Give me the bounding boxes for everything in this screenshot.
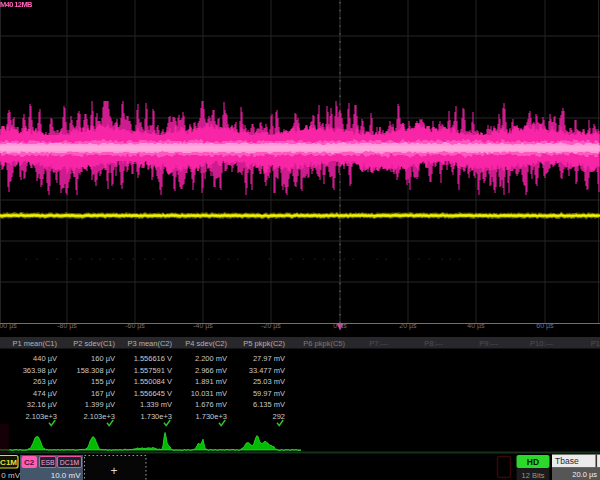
svg-text:P7:---: P7:--- xyxy=(369,339,388,348)
svg-text:167 µV: 167 µV xyxy=(91,389,115,398)
svg-text:1.891 mV: 1.891 mV xyxy=(195,377,227,386)
svg-text:Tbase: Tbase xyxy=(555,456,579,466)
svg-text:1.730e+3: 1.730e+3 xyxy=(196,412,228,421)
svg-text:HD: HD xyxy=(527,457,539,467)
svg-text:DC1M: DC1M xyxy=(0,458,17,467)
svg-text:160 µV: 160 µV xyxy=(91,354,115,363)
svg-text:6.135 mV: 6.135 mV xyxy=(253,400,285,409)
svg-text:263 µV: 263 µV xyxy=(33,377,57,386)
svg-text:DC1M: DC1M xyxy=(60,459,80,466)
svg-text:P5 pkpk(C2): P5 pkpk(C2) xyxy=(243,339,285,348)
svg-text:292: 292 xyxy=(272,412,285,421)
svg-text:25.03 mV: 25.03 mV xyxy=(253,377,285,386)
svg-text:-60 µs: -60 µs xyxy=(125,322,145,330)
svg-text:155 µV: 155 µV xyxy=(91,377,115,386)
svg-text:1.676 mV: 1.676 mV xyxy=(195,400,227,409)
svg-text:1.557591 V: 1.557591 V xyxy=(134,366,172,375)
svg-text:-80 µs: -80 µs xyxy=(57,322,77,330)
svg-text:2.200 mV: 2.200 mV xyxy=(195,354,227,363)
svg-text:P1: P1 xyxy=(591,339,600,348)
svg-text:10.031 mV: 10.031 mV xyxy=(191,389,227,398)
svg-text:P1 mean(C1): P1 mean(C1) xyxy=(12,339,57,348)
svg-text:-20 µs: -20 µs xyxy=(261,322,281,330)
svg-text:1.556616 V: 1.556616 V xyxy=(134,354,172,363)
svg-text:1.399 µV: 1.399 µV xyxy=(85,400,115,409)
svg-text:33.477 mV: 33.477 mV xyxy=(249,366,285,375)
svg-text:474 µV: 474 µV xyxy=(33,389,57,398)
svg-text:ESB: ESB xyxy=(41,459,55,466)
svg-text:+: + xyxy=(110,464,117,478)
svg-text:1.550084 V: 1.550084 V xyxy=(134,377,172,386)
svg-text:2.103e+3: 2.103e+3 xyxy=(84,412,116,421)
svg-text:20.0 µs: 20.0 µs xyxy=(572,470,597,479)
svg-text:-40 µs: -40 µs xyxy=(193,322,213,330)
svg-text:1.730e+3: 1.730e+3 xyxy=(141,412,173,421)
svg-text:P8:---: P8:--- xyxy=(424,339,443,348)
svg-text:P3 mean(C2): P3 mean(C2) xyxy=(127,339,172,348)
svg-text:40 µs: 40 µs xyxy=(467,322,485,330)
svg-text:363.98 µV: 363.98 µV xyxy=(23,366,57,375)
svg-text:M40 12MB: M40 12MB xyxy=(0,0,33,9)
svg-text:1.556645 V: 1.556645 V xyxy=(134,389,172,398)
svg-text:P9:---: P9:--- xyxy=(479,339,498,348)
svg-text:2.103e+3: 2.103e+3 xyxy=(26,412,58,421)
svg-text:P4 sdev(C2): P4 sdev(C2) xyxy=(185,339,227,348)
svg-text:2.966 mV: 2.966 mV xyxy=(195,366,227,375)
svg-text:60 µs: 60 µs xyxy=(536,322,554,330)
svg-text:1.339 mV: 1.339 mV xyxy=(140,400,172,409)
svg-text:440 µV: 440 µV xyxy=(33,354,57,363)
svg-text:0 mV: 0 mV xyxy=(1,471,20,480)
svg-text:P6 pkpk(C5): P6 pkpk(C5) xyxy=(303,339,345,348)
svg-text:59.97 mV: 59.97 mV xyxy=(253,389,285,398)
svg-text:20 µs: 20 µs xyxy=(399,322,417,330)
svg-text:12 Bits: 12 Bits xyxy=(522,471,545,480)
svg-text:27.97 mV: 27.97 mV xyxy=(253,354,285,363)
svg-text:P2 sdev(C1): P2 sdev(C1) xyxy=(73,339,115,348)
svg-text:-100 µs: -100 µs xyxy=(0,322,17,330)
svg-text:158.308 µV: 158.308 µV xyxy=(76,366,115,375)
svg-text:P10:---: P10:--- xyxy=(530,339,553,348)
svg-text:10.0 mV: 10.0 mV xyxy=(51,471,81,480)
svg-text:C2: C2 xyxy=(24,458,35,467)
svg-text:32.16 µV: 32.16 µV xyxy=(27,400,57,409)
svg-text:0 µs: 0 µs xyxy=(333,322,347,330)
